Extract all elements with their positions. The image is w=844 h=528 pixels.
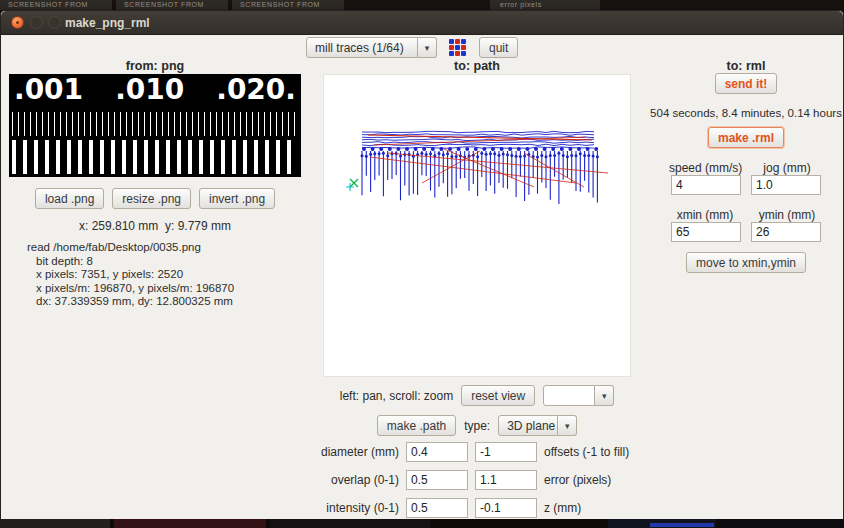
png-test-bars-fine	[12, 112, 298, 136]
intensity-label: intensity (0-1)	[249, 501, 399, 515]
z-input[interactable]	[475, 498, 537, 518]
png-label-020: .020.	[216, 75, 296, 106]
xmin-label: xmin (mm)	[669, 208, 741, 222]
chevron-down-icon[interactable]: ▾	[418, 37, 437, 58]
icon-dot	[455, 39, 460, 44]
png-info-line: read /home/fab/Desktop/0035.png	[27, 241, 234, 255]
titlebar[interactable]: make_png_rml	[1, 11, 843, 35]
window-title: make_png_rml	[65, 16, 150, 30]
make-path-button[interactable]: make .path	[377, 415, 456, 436]
path-canvas[interactable]	[323, 74, 631, 377]
z-label: z (mm)	[544, 501, 629, 515]
chevron-glyph: ▾	[425, 43, 430, 53]
icon-dot	[461, 39, 466, 44]
background-window-title: Screenshot from	[240, 1, 320, 8]
view-select[interactable]: ▾	[543, 385, 614, 406]
png-test-bars-coarse	[12, 140, 298, 174]
diameter-label: diameter (mm)	[249, 445, 399, 459]
pan-zoom-hint: left: pan, scroll: zoom	[340, 389, 453, 403]
png-info-line: bit depth: 8	[27, 255, 234, 269]
maximize-button[interactable]	[48, 16, 61, 29]
move-to-xmin-ymin-button[interactable]: move to xmin,ymin	[686, 252, 806, 273]
intensity-input[interactable]	[406, 498, 468, 518]
png-info-line: x pixels/m: 196870, y pixels/m: 196870	[27, 282, 234, 296]
chevron-down-icon[interactable]: ▾	[558, 415, 577, 436]
fab-modules-icon[interactable]	[448, 38, 467, 57]
job-time-readout: 504 seconds, 8.4 minutes, 0.14 hours	[650, 107, 842, 119]
background-window-title: Screenshot from	[124, 1, 204, 8]
background-window-title: error pixels	[500, 1, 542, 8]
icon-dot	[461, 51, 466, 56]
toolpath-drawing	[324, 75, 630, 376]
icon-dot	[455, 45, 460, 50]
speed-input[interactable]	[671, 175, 741, 195]
reset-view-button[interactable]: reset view	[461, 385, 535, 406]
png-size-readout: x: 259.810 mm y: 9.779 mm	[9, 219, 301, 233]
path-parameters: diameter (mm) offsets (-1 to fill) overl…	[249, 442, 629, 518]
background-thumbnail	[650, 523, 714, 527]
chevron-glyph: ▾	[602, 391, 607, 401]
icon-dot	[449, 39, 454, 44]
icon-dot	[449, 51, 454, 56]
close-button[interactable]	[11, 16, 24, 29]
png-preview-image[interactable]: .001 .010 .020.	[9, 74, 301, 177]
mode-select[interactable]: mill traces (1/64) ▾	[306, 37, 437, 58]
error-label: error (pixels)	[544, 473, 629, 487]
invert-png-button[interactable]: invert .png	[199, 188, 275, 209]
background-thumbnail	[114, 519, 266, 528]
background-thumbnail	[0, 519, 110, 528]
type-select-value[interactable]: 3D plane	[498, 415, 558, 436]
png-info-line: dx: 37.339359 mm, dy: 12.800325 mm	[27, 295, 234, 309]
error-input[interactable]	[475, 470, 537, 490]
make-png-rml-window: make_png_rml mill traces (1/64) ▾ quit f…	[0, 10, 844, 519]
diameter-input[interactable]	[406, 442, 468, 462]
minimize-button[interactable]	[30, 16, 43, 29]
type-select[interactable]: 3D plane ▾	[498, 415, 577, 436]
type-label: type:	[464, 419, 490, 433]
view-select-value[interactable]	[543, 385, 595, 406]
icon-dot	[455, 51, 460, 56]
background-window-title: Screenshot from	[8, 1, 88, 8]
xmin-input[interactable]	[671, 222, 741, 242]
mode-select-value[interactable]: mill traces (1/64)	[306, 37, 418, 58]
quit-button[interactable]: quit	[479, 37, 518, 58]
send-it-button[interactable]: send it!	[715, 73, 778, 94]
desktop-top-strip: Screenshot from Screenshot from Screensh…	[0, 0, 844, 10]
png-label-001: .001	[14, 75, 83, 106]
jog-input[interactable]	[751, 175, 821, 195]
speed-label: speed (mm/s)	[669, 161, 741, 175]
offsets-label: offsets (-1 to fill)	[544, 445, 629, 459]
ymin-input[interactable]	[751, 222, 821, 242]
background-thumbnail	[270, 519, 430, 528]
chevron-down-icon[interactable]: ▾	[595, 385, 614, 406]
rml-column-header: to: rml	[649, 59, 843, 73]
chevron-glyph: ▾	[565, 421, 570, 431]
png-label-010: .010	[115, 75, 184, 106]
jog-label: jog (mm)	[751, 161, 823, 175]
png-info-line: x pixels: 7351, y pixels: 2520	[27, 268, 234, 282]
png-column-header: from: png	[9, 59, 301, 73]
background-thumbnail	[720, 519, 844, 528]
png-image-text: .001 .010 .020.	[9, 74, 301, 106]
icon-dot	[461, 45, 466, 50]
png-info-block: read /home/fab/Desktop/0035.png bit dept…	[27, 241, 234, 309]
load-png-button[interactable]: load .png	[35, 188, 104, 209]
make-rml-button[interactable]: make .rml	[708, 127, 784, 148]
overlap-label: overlap (0-1)	[249, 473, 399, 487]
resize-png-button[interactable]: resize .png	[112, 188, 191, 209]
overlap-input[interactable]	[406, 470, 468, 490]
offsets-input[interactable]	[475, 442, 537, 462]
icon-dot	[449, 45, 454, 50]
desktop-bottom-strip	[0, 519, 844, 528]
ymin-label: ymin (mm)	[751, 208, 823, 222]
path-column-header: to: path	[323, 59, 631, 73]
